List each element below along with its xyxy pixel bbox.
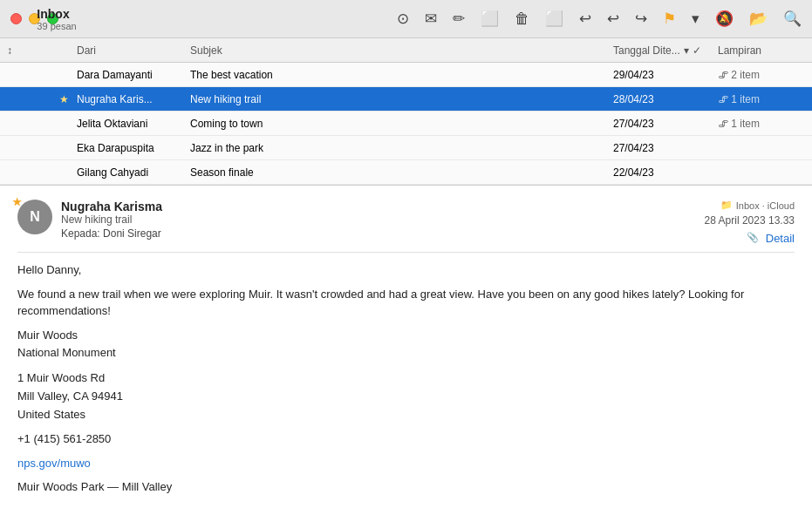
detail-to: Kepada: Doni Siregar <box>61 227 705 240</box>
forward-icon[interactable]: ↪ <box>635 10 647 28</box>
filter-icon[interactable]: ⊙ <box>397 10 409 28</box>
column-header: ↕ Dari Subjek Tanggal Dite... ▾ ✓ Lampir… <box>0 38 812 63</box>
inbox-count: 39 pesan <box>37 21 76 31</box>
map-url-line: https://maps.apple.com/?ll=5.591920,-119… <box>17 503 795 508</box>
detail-divider <box>17 252 795 253</box>
trash-icon[interactable]: 🗑 <box>515 10 529 28</box>
map-title: Muir Woods Park — Mill Valley <box>17 478 795 496</box>
detail-subject: New hiking trail <box>61 213 705 226</box>
cell-date: 22/04/23 <box>613 166 718 179</box>
location-subtitle: National Monument <box>17 344 795 362</box>
address-line2: Mill Valley, CA 94941 <box>17 388 795 406</box>
cell-date: 28/04/23 <box>613 93 718 105</box>
table-row[interactable]: ☆ Eka Darapuspita Jazz in the park 27/04… <box>0 136 812 160</box>
sender-name: Nugraha Karisma <box>61 200 705 213</box>
folder-label: Inbox · iCloud <box>736 200 795 211</box>
address-line1: 1 Muir Woods Rd <box>17 369 795 388</box>
compose-icon[interactable]: ✏ <box>453 10 465 28</box>
cell-subject: Season finale <box>190 166 613 179</box>
folder-icon[interactable]: 📂 <box>749 10 768 28</box>
move-folder-icon[interactable]: ⬜ <box>545 10 563 28</box>
to-name: Doni Siregar <box>103 227 161 240</box>
body-greeting: Hello Danny, <box>17 261 795 279</box>
body-text: We found a new trail when we were explor… <box>17 286 795 320</box>
reply-icon[interactable]: ↩ <box>579 10 591 28</box>
address-block: Muir Woods National Monument <box>17 327 795 363</box>
address-line3: United States <box>17 406 795 424</box>
reply-all-icon[interactable]: ↩ <box>607 10 619 28</box>
avatar: ★ N <box>17 200 52 234</box>
cell-star: ☆ <box>59 166 77 179</box>
detail-folder: 📁 Inbox · iCloud <box>720 200 795 211</box>
flag-icon[interactable]: ⚑ <box>663 10 676 28</box>
email-list: ☆ Dara Damayanti The best vacation 29/04… <box>0 63 812 185</box>
cell-attach: 🖇 1 item <box>718 93 805 105</box>
col-date-header[interactable]: Tanggal Dite... ▾ ✓ <box>613 44 718 57</box>
cell-attach: 🖇 2 item <box>718 69 805 81</box>
website-link[interactable]: nps.gov/muwo <box>17 457 91 470</box>
cell-date: 29/04/23 <box>613 69 718 81</box>
location-name: Muir Woods <box>17 327 795 345</box>
table-row[interactable]: ☆ Jelita Oktaviani Coming to town 27/04/… <box>0 112 812 136</box>
detail-body: Hello Danny, We found a new trail when w… <box>17 261 795 508</box>
phone: +1 (415) 561-2850 <box>17 430 795 448</box>
flag-dropdown-icon[interactable]: ▾ <box>692 10 699 28</box>
inbox-title: Inbox <box>37 7 69 21</box>
cell-attach: 🖇 1 item <box>718 118 805 130</box>
toolbar: ⊙ ✉ ✏ ⬜ 🗑 ⬜ ↩ ↩ ↪ ⚑ ▾ 🔕 📂 🔍 <box>397 10 802 28</box>
cell-from: Eka Darapuspita <box>77 142 190 154</box>
email-detail-pane: ★ N Nugraha Karisma New hiking trail Kep… <box>0 185 812 508</box>
cell-date: 27/04/23 <box>613 142 718 154</box>
archive-icon[interactable]: ⬜ <box>481 10 499 28</box>
col-attach-header[interactable]: Lampiran <box>718 44 805 57</box>
to-label: Kepada: <box>61 227 100 240</box>
detail-meta: 📁 Inbox · iCloud 28 April 2023 13.33 📎 D… <box>705 200 795 245</box>
sender-info: Nugraha Karisma New hiking trail Kepada:… <box>61 200 705 240</box>
window-title: Inbox 39 pesan <box>37 7 76 31</box>
cell-star: ☆ <box>59 118 77 130</box>
cell-star: ☆ <box>59 69 77 81</box>
col-sort-header[interactable]: ↕ <box>7 44 42 57</box>
close-button[interactable] <box>10 13 22 24</box>
table-row[interactable]: ★ Nugraha Karis... New hiking trail 28/0… <box>0 87 812 112</box>
cell-from: Dara Damayanti <box>77 69 190 81</box>
table-row[interactable]: ☆ Gilang Cahyadi Season finale 22/04/23 <box>0 160 812 185</box>
cell-star: ☆ <box>59 142 77 154</box>
website-line: nps.gov/muwo <box>17 455 795 472</box>
cell-date: 27/04/23 <box>613 118 718 130</box>
cell-from: Gilang Cahyadi <box>77 166 190 179</box>
avatar-initials: N <box>30 209 40 225</box>
col-subject-header[interactable]: Subjek <box>190 44 613 57</box>
folder-icon-small: 📁 <box>720 200 733 211</box>
mail-icon[interactable]: ✉ <box>425 10 437 28</box>
detail-link-row: 📎 Detail <box>747 232 795 245</box>
search-icon[interactable]: 🔍 <box>783 10 802 28</box>
cell-subject: New hiking trail <box>190 93 613 105</box>
mute-icon[interactable]: 🔕 <box>715 10 734 28</box>
cell-star: ★ <box>59 93 77 105</box>
detail-date: 28 April 2023 13.33 <box>705 214 795 227</box>
cell-from: Jelita Oktaviani <box>77 118 190 130</box>
detail-header: ★ N Nugraha Karisma New hiking trail Kep… <box>17 200 795 245</box>
detail-link[interactable]: Detail <box>766 232 795 245</box>
attach-icon: 📎 <box>747 232 759 245</box>
col-from-header[interactable]: Dari <box>77 44 190 57</box>
table-row[interactable]: ☆ Dara Damayanti The best vacation 29/04… <box>0 63 812 87</box>
cell-subject: Coming to town <box>190 118 613 130</box>
cell-from: Nugraha Karis... <box>77 93 190 105</box>
cell-subject: Jazz in the park <box>190 142 613 154</box>
address-detail: 1 Muir Woods Rd Mill Valley, CA 94941 Un… <box>17 369 795 423</box>
avatar-star-icon: ★ <box>12 196 22 208</box>
titlebar: Inbox 39 pesan ⊙ ✉ ✏ ⬜ 🗑 ⬜ ↩ ↩ ↪ ⚑ ▾ 🔕 📂… <box>0 0 812 38</box>
cell-subject: The best vacation <box>190 69 613 81</box>
